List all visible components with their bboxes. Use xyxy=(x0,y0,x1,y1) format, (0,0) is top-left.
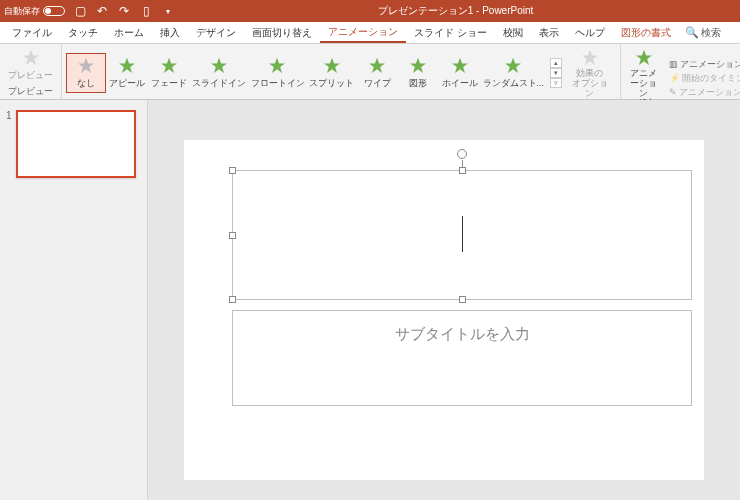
tab-animations[interactable]: アニメーション xyxy=(320,22,406,43)
anim-fade[interactable]: フェード xyxy=(148,54,188,92)
trigger-button[interactable]: ⚡開始のタイミング xyxy=(669,72,740,85)
slide-number: 1 xyxy=(6,110,12,178)
tab-insert[interactable]: 挿入 xyxy=(152,22,188,43)
star-icon xyxy=(117,56,137,76)
anim-label: スプリット xyxy=(309,77,354,90)
document-title: プレゼンテーション1 - PowerPoint xyxy=(175,4,736,18)
tab-home[interactable]: ホーム xyxy=(106,22,152,43)
ribbon: プレビュー プレビュー なし アピール フェード スライドイン フロートイン ス… xyxy=(0,44,740,100)
anim-label: フロートイン xyxy=(251,77,305,90)
animation-pane-button[interactable]: ▥アニメーション ウィンドウ xyxy=(669,58,740,71)
autosave-toggle[interactable]: 自動保存 xyxy=(4,5,65,18)
title-textbox[interactable] xyxy=(232,170,692,300)
search-label: 検索 xyxy=(701,26,721,40)
save-icon[interactable]: ▢ xyxy=(73,4,87,18)
scroll-down-icon[interactable]: ▾ xyxy=(550,68,562,78)
preview-label: プレビュー xyxy=(8,69,53,82)
tab-help[interactable]: ヘルプ xyxy=(567,22,613,43)
anim-label: ワイプ xyxy=(364,77,391,90)
star-icon xyxy=(21,48,41,68)
resize-handle[interactable] xyxy=(229,232,236,239)
trigger-label: 開始のタイミング xyxy=(682,72,740,85)
preview-button[interactable]: プレビュー xyxy=(4,46,57,84)
resize-handle[interactable] xyxy=(459,296,466,303)
undo-icon[interactable]: ↶ xyxy=(95,4,109,18)
effect-options-button[interactable]: 効果の オプション xyxy=(564,46,616,101)
slide[interactable]: サブタイトルを入力 xyxy=(184,140,704,480)
painter-label: アニメーションのコピー/貼り付け xyxy=(679,86,740,99)
anim-appear[interactable]: アピール xyxy=(107,54,147,92)
slide-panel[interactable]: 1 xyxy=(0,100,148,500)
quick-access-toolbar: ▢ ↶ ↷ ▯ ▾ xyxy=(73,4,175,18)
anim-floatin[interactable]: フロートイン xyxy=(249,54,307,92)
group-advanced: アニメーション の追加 ▥アニメーション ウィンドウ ⚡開始のタイミング ✎アニ… xyxy=(621,44,740,99)
star-icon xyxy=(503,56,523,76)
tab-touch[interactable]: タッチ xyxy=(60,22,106,43)
tab-slideshow[interactable]: スライド ショー xyxy=(406,22,495,43)
animation-gallery[interactable]: なし アピール フェード スライドイン フロートイン スプリット ワイプ 図形 … xyxy=(66,53,546,93)
painter-icon: ✎ xyxy=(669,87,677,97)
effect-options-label: 効果の オプション xyxy=(568,69,612,99)
scroll-up-icon[interactable]: ▴ xyxy=(550,58,562,68)
star-icon xyxy=(322,56,342,76)
star-icon xyxy=(580,48,600,68)
star-icon xyxy=(76,56,96,76)
tell-me-search[interactable]: 🔍 検索 xyxy=(685,22,721,43)
group-animations: なし アピール フェード スライドイン フロートイン スプリット ワイプ 図形 … xyxy=(62,44,621,99)
star-icon xyxy=(367,56,387,76)
ribbon-tabs: ファイル タッチ ホーム 挿入 デザイン 画面切り替え アニメーション スライド… xyxy=(0,22,740,44)
anim-split[interactable]: スプリット xyxy=(307,54,356,92)
anim-none[interactable]: なし xyxy=(66,53,106,93)
anim-shape[interactable]: 図形 xyxy=(398,54,438,92)
star-plus-icon xyxy=(634,48,654,68)
advanced-side: ▥アニメーション ウィンドウ ⚡開始のタイミング ✎アニメーションのコピー/貼り… xyxy=(665,56,740,101)
toggle-switch[interactable] xyxy=(43,6,65,16)
group-preview: プレビュー プレビュー xyxy=(0,44,62,99)
pane-icon: ▥ xyxy=(669,59,678,69)
gallery-scroll: ▴ ▾ ▿ xyxy=(550,58,562,88)
subtitle-placeholder: サブタイトルを入力 xyxy=(233,325,691,344)
star-icon xyxy=(408,56,428,76)
rotate-handle[interactable] xyxy=(457,149,467,159)
text-cursor xyxy=(462,216,463,252)
star-icon xyxy=(267,56,287,76)
anim-label: なし xyxy=(77,77,95,90)
resize-handle[interactable] xyxy=(229,167,236,174)
anim-random[interactable]: ランダムスト... xyxy=(481,54,546,92)
tab-design[interactable]: デザイン xyxy=(188,22,244,43)
tab-shape-format[interactable]: 図形の書式 xyxy=(613,22,679,43)
trigger-icon: ⚡ xyxy=(669,73,680,83)
title-bar: 自動保存 ▢ ↶ ↷ ▯ ▾ プレゼンテーション1 - PowerPoint xyxy=(0,0,740,22)
anim-wheel[interactable]: ホイール xyxy=(439,54,479,92)
tab-review[interactable]: 校閲 xyxy=(495,22,531,43)
thumbnail-image[interactable] xyxy=(16,110,136,178)
tab-transitions[interactable]: 画面切り替え xyxy=(244,22,320,43)
pane-label: アニメーション ウィンドウ xyxy=(680,58,740,71)
gallery-expand-icon[interactable]: ▿ xyxy=(550,78,562,88)
anim-label: スライドイン xyxy=(192,77,246,90)
start-slideshow-icon[interactable]: ▯ xyxy=(139,4,153,18)
qat-dropdown-icon[interactable]: ▾ xyxy=(161,4,175,18)
anim-label: ランダムスト... xyxy=(483,77,545,90)
anim-label: ホイール xyxy=(442,77,478,90)
resize-handle[interactable] xyxy=(459,167,466,174)
resize-handle[interactable] xyxy=(229,296,236,303)
anim-label: アピール xyxy=(109,77,145,90)
animation-painter-button[interactable]: ✎アニメーションのコピー/貼り付け xyxy=(669,86,740,99)
star-icon xyxy=(159,56,179,76)
tab-view[interactable]: 表示 xyxy=(531,22,567,43)
anim-wipe[interactable]: ワイプ xyxy=(357,54,397,92)
search-icon: 🔍 xyxy=(685,26,699,39)
slide-thumbnail-1[interactable]: 1 xyxy=(6,110,141,178)
anim-slidein[interactable]: スライドイン xyxy=(190,54,248,92)
star-icon xyxy=(450,56,470,76)
group-preview-label: プレビュー xyxy=(4,84,57,99)
subtitle-textbox[interactable]: サブタイトルを入力 xyxy=(232,310,692,406)
anim-label: 図形 xyxy=(409,77,427,90)
slide-canvas[interactable]: サブタイトルを入力 xyxy=(148,100,740,500)
star-icon xyxy=(209,56,229,76)
redo-icon[interactable]: ↷ xyxy=(117,4,131,18)
autosave-label: 自動保存 xyxy=(4,5,40,18)
tab-file[interactable]: ファイル xyxy=(4,22,60,43)
main-area: 1 サブタイトルを入力 xyxy=(0,100,740,500)
